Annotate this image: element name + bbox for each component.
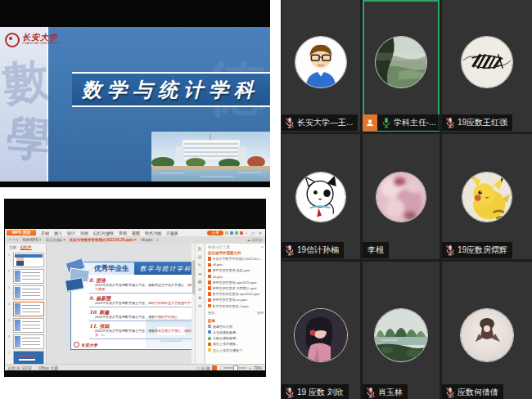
window-controls: – □ ✕ bbox=[245, 231, 264, 235]
wps-menu-tabs: 开始插入设计动画幻灯片放映审阅视图特色功能云服务 bbox=[41, 229, 178, 236]
muted-mic-icon bbox=[282, 117, 295, 128]
slide-thumbnail-row: 2 bbox=[8, 269, 44, 284]
university-logo-subtext: CHANG'AN UNIVERSITY bbox=[22, 42, 61, 45]
toolbar-icon bbox=[240, 231, 243, 235]
slide-thumbnail bbox=[13, 253, 44, 267]
avatar-calligraphy bbox=[461, 36, 513, 88]
participant-name: 应数何倩倩 bbox=[458, 387, 498, 398]
slide-thumbnail-row: 6 bbox=[8, 334, 44, 349]
participant-name: 学科主任-... bbox=[394, 117, 436, 128]
avatar-mountain-photo bbox=[375, 36, 427, 88]
slide-title: 数学与统计学科 bbox=[72, 77, 259, 103]
wps-editing-canvas: 优秀毕业生 数学与统计学科 8. 苗洛 2013年长安大学应用数学硕士毕业，考取… bbox=[47, 244, 192, 364]
university-logo: 长安大学 CHANG'AN UNIVERSITY bbox=[5, 33, 67, 47]
new-document-item: 新建空白文档 bbox=[205, 324, 265, 330]
wps-task-pane: 稻壳演示工具 × 最近使用的预置文档 长安大学数学学科简介2022.05.25.… bbox=[205, 244, 265, 364]
thumbnail-number: 7 bbox=[8, 351, 11, 355]
undo-redo-icons: ↶ ↷ ▾ bbox=[8, 238, 18, 242]
thumbnail-number: 5 bbox=[8, 318, 11, 322]
wps-menu-tab: 动画 bbox=[80, 231, 88, 235]
university-emblem-icon bbox=[5, 33, 20, 47]
participant-tile[interactable]: 应数何倩倩 bbox=[442, 262, 532, 399]
new-item-icon bbox=[208, 330, 211, 334]
campus-building-photo bbox=[151, 132, 270, 182]
participant-tile[interactable]: 19应数房熠辉 bbox=[442, 134, 532, 259]
wps-share-button: 分享 bbox=[207, 231, 223, 235]
avatar-anime-girl-headphones bbox=[294, 308, 348, 362]
wps-menu-tab: 插入 bbox=[54, 231, 62, 235]
wps-document-tab: x8.pptx bbox=[141, 238, 153, 242]
wps-menu-tab: 设计 bbox=[67, 231, 75, 235]
slide-thumbnail bbox=[13, 351, 44, 364]
ppt-file-icon bbox=[208, 292, 211, 296]
wps-document-tab-bar: ↶ ↷ ▾ 我的WPS ×演示文稿1 ×长安大学数学学科简介2022.05.25… bbox=[5, 236, 265, 244]
participant-name: 19信计孙楠 bbox=[297, 244, 339, 256]
participant-tile-active-speaker[interactable]: 学科主任-... bbox=[363, 0, 440, 132]
recent-file-item: 研究生招生宣讲-马军简介.pptx bbox=[205, 285, 265, 291]
participant-name: 长安大学—王... bbox=[297, 117, 353, 128]
wps-document-tab: 演示文稿1 × bbox=[45, 238, 65, 242]
active-mic-icon bbox=[380, 117, 391, 128]
recent-file-item: x8.pptx bbox=[205, 262, 265, 267]
wps-side-toolstrip: 新▤✎☁▦⚙✚✉ bbox=[195, 244, 204, 364]
participant-name: 李根 bbox=[367, 244, 384, 256]
zoom-in-button: + bbox=[249, 365, 251, 370]
participant-label: 李根 bbox=[363, 242, 389, 258]
watermark-character: 學 bbox=[4, 107, 54, 173]
muted-mic-icon bbox=[442, 387, 455, 398]
participant-tile[interactable]: 肖玉林 bbox=[363, 262, 440, 399]
recent-file-item: 研究生招生宣讲-总稿.pptx bbox=[205, 267, 265, 273]
wps-menu-tab: 审阅 bbox=[119, 231, 127, 235]
participant-tile[interactable]: 李根 bbox=[363, 134, 440, 259]
new-item-icon bbox=[208, 337, 211, 340]
wps-slide-thumbnail-pane: 大纲 幻灯片 1 2 bbox=[6, 244, 47, 364]
slide-thumbnail-row: 3 bbox=[8, 285, 44, 300]
zoom-slider bbox=[223, 367, 246, 369]
participant-tile[interactable]: 19信计孙楠 bbox=[282, 134, 360, 259]
participant-name: 19应数王红强 bbox=[458, 117, 507, 128]
wps-menu-tab: 云服务 bbox=[166, 231, 178, 235]
wps-status-bar: 幻灯片 10/12 Office 主题 ▭ ▤ ▦ - + 79% bbox=[5, 364, 265, 370]
tool-icon: ▤ bbox=[198, 255, 202, 259]
shared-screen-slideshow[interactable]: 數 學 德 数学与统计学科 长安大学 CHANG'AN UNIVERSITY bbox=[0, 0, 270, 187]
slide-thumbnail-row: 5 bbox=[8, 318, 44, 333]
slide-thumbnail bbox=[13, 302, 44, 316]
task-pane-title: 稻壳演示工具 bbox=[208, 245, 230, 249]
tool-icon: ⚙ bbox=[198, 288, 201, 292]
recent-file-item: 研究生招生宣传-wps2021.pptx bbox=[205, 280, 265, 285]
theme-label: Office 主题 bbox=[38, 365, 58, 370]
slide-thumbnail bbox=[13, 334, 44, 349]
recent-files-header: 最近使用的预置文档 bbox=[205, 250, 265, 256]
thumbnail-number: 4 bbox=[8, 302, 11, 306]
ppt-file-icon bbox=[208, 280, 211, 285]
slide-title-band: 数学与统计学科 bbox=[72, 72, 270, 107]
ppt-file-icon bbox=[208, 269, 211, 273]
participant-name: 19应数房熠辉 bbox=[458, 244, 507, 256]
zoom-level: 79% bbox=[254, 365, 262, 370]
manage-link: 管理 bbox=[257, 311, 264, 315]
participant-tile[interactable]: 19应数王红强 bbox=[442, 0, 532, 132]
recent-file-item: 数学学科招生宣传-1.pptx bbox=[205, 303, 265, 309]
participant-tile[interactable]: 长安大学—王... bbox=[282, 0, 360, 132]
new-section-header: 新建 bbox=[205, 316, 265, 324]
zoom-out-button: - bbox=[219, 365, 221, 370]
participant-tile[interactable]: 19 应数 刘欣 bbox=[282, 262, 360, 399]
participant-label: 应数何倩倩 bbox=[442, 384, 503, 399]
avatar-sketch-cat bbox=[295, 172, 346, 222]
new-document-item: 从在线模板新建... bbox=[205, 330, 265, 335]
avatar-pikachu bbox=[462, 172, 512, 222]
slide-counter: 幻灯片 10/12 bbox=[8, 365, 32, 370]
view-mode-icons: ▭ ▤ ▦ bbox=[196, 365, 210, 370]
participant-label: 长安大学—王... bbox=[282, 114, 358, 131]
wps-document-tab: 我的WPS × bbox=[22, 238, 41, 242]
edited-slide: 优秀毕业生 数学与统计学科 8. 苗洛 2013年长安大学应用数学硕士毕业，考取… bbox=[70, 262, 192, 350]
tool-icon: ✎ bbox=[198, 263, 201, 267]
slide-thumbnail-row: 1 bbox=[8, 253, 44, 267]
close-icon: × bbox=[261, 245, 264, 249]
new-document-item: 从默认模板新建... bbox=[205, 335, 265, 341]
graduate-entry: 10. 靳鑫 2014年长安大学应用数学硕士毕业，考取中国科学院博士。 bbox=[89, 308, 192, 321]
participant-label: 19应数房熠辉 bbox=[442, 242, 512, 258]
ppt-file-icon bbox=[208, 304, 211, 308]
ppt-file-icon bbox=[208, 298, 211, 303]
shared-screen-wps[interactable]: WPS 演示 开始插入设计动画幻灯片放映审阅视图特色功能云服务 分享 – □ ✕… bbox=[4, 199, 266, 377]
